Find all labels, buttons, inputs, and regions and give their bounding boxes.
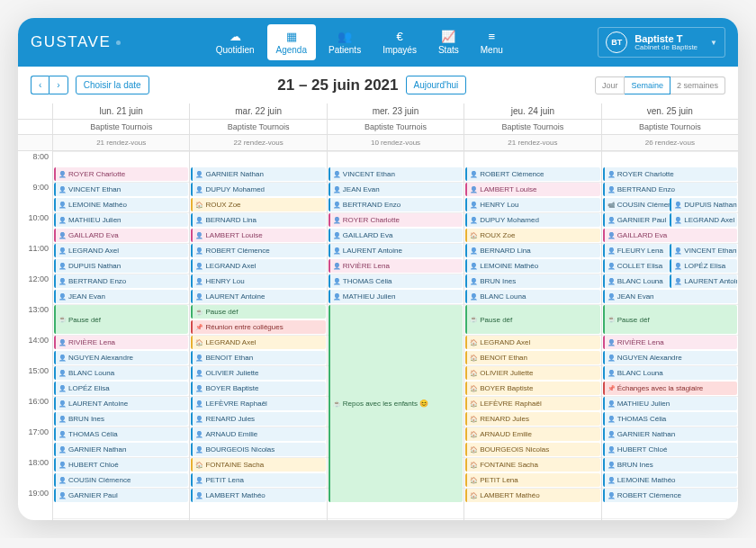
calendar-event[interactable]: 👤HUBERT Chloé (54, 458, 188, 472)
calendar-event[interactable]: 👤OLIVIER Juliette (191, 366, 325, 380)
today-button[interactable]: Aujourd'hui (406, 76, 467, 94)
calendar-event[interactable]: ☕Pause déf (603, 305, 737, 334)
calendar-event[interactable]: 👤DUPUY Mohamed (465, 213, 599, 227)
calendar-event[interactable]: 👤BERTRAND Enzo (603, 183, 737, 196)
calendar-event[interactable]: 👤GARNIER Paul (54, 489, 188, 502)
calendar-event[interactable]: 👤RIVIÈRE Lena (54, 336, 188, 349)
calendar-event[interactable]: 👤FLEURY Lena (603, 244, 670, 257)
calendar-event[interactable]: 🏠ARNAUD Emilie (465, 427, 599, 441)
calendar-event[interactable]: 🏠BENOIT Ethan (465, 351, 599, 364)
nav-item-agenda[interactable]: ▦Agenda (267, 24, 316, 60)
calendar-event[interactable]: 👤LAURENT Antoine (191, 290, 325, 303)
nav-item-menu[interactable]: ≡Menu (472, 24, 512, 60)
calendar-event[interactable]: 👤BLANC Louna (603, 274, 670, 288)
calendar-event[interactable]: ☕Pause déf (191, 305, 325, 319)
calendar-event[interactable]: 👤LAURENT Antoine (54, 397, 188, 410)
choose-date-button[interactable]: Choisir la date (76, 76, 149, 94)
calendar-event[interactable]: 👤BRUN Ines (54, 412, 188, 426)
calendar-event[interactable]: 👤BLANC Louna (465, 290, 599, 303)
calendar-event[interactable]: 👤LEMOINE Mathéo (465, 259, 599, 273)
calendar-event[interactable]: 👤BOYER Baptiste (191, 382, 325, 395)
calendar-event[interactable]: 👤GAILLARD Eva (54, 229, 188, 242)
calendar-event[interactable]: 👤GARNIER Nathan (191, 167, 325, 181)
day-column[interactable]: 👤ROYER Charlotte👤VINCENT Ethan👤LEMOINE M… (52, 151, 189, 520)
calendar-event[interactable]: 🏠BOURGEOIS Nicolas (465, 443, 599, 456)
calendar-event[interactable]: 👤RIVIÈRE Lena (328, 259, 463, 273)
calendar-event[interactable]: 👤ARNAUD Emilie (191, 427, 325, 441)
view-jour[interactable]: Jour (595, 76, 626, 94)
calendar-event[interactable]: 🏠ROUX Zoe (465, 229, 599, 242)
calendar-event[interactable]: 👤DUPUY Mohamed (191, 183, 325, 196)
calendar-event[interactable]: 👤BRUN Ines (603, 458, 737, 472)
calendar-event[interactable]: 👤GARNIER Paul (603, 213, 670, 227)
calendar-event[interactable]: 👤ROYER Charlotte (603, 167, 737, 181)
calendar-event[interactable]: 👤THOMAS Célia (54, 427, 188, 441)
calendar-event[interactable]: 👤NGUYEN Alexandre (603, 351, 737, 364)
calendar-event[interactable]: 👤LEMOINE Mathéo (603, 473, 737, 487)
calendar-event[interactable]: 👤LEGRAND Axel (54, 244, 188, 257)
day-column[interactable]: 👤GARNIER Nathan👤DUPUY Mohamed🏠ROUX Zoe👤B… (189, 151, 326, 520)
calendar-event[interactable]: 👤BERNARD Lina (191, 213, 325, 227)
calendar-event[interactable]: 🏠LEGRAND Axel (465, 336, 599, 349)
calendar-event[interactable]: 🏠FONTAINE Sacha (465, 458, 599, 472)
calendar-event[interactable]: 👤ROBERT Clémence (465, 167, 599, 181)
calendar-event[interactable]: 👤BENOIT Ethan (191, 351, 325, 364)
calendar-event[interactable]: 📌Réunion entre collègues (191, 320, 325, 334)
prev-button[interactable]: ‹ (31, 76, 49, 94)
calendar-event[interactable]: 👤BERTRAND Enzo (54, 274, 188, 288)
calendar-event[interactable]: 👤LAURENT Antoine (670, 274, 737, 288)
calendar-event[interactable]: 👤COLLET Elisa (603, 259, 670, 273)
calendar-event[interactable]: 👤ROYER Charlotte (54, 167, 188, 181)
calendar-event[interactable]: 👤LEMOINE Mathéo (54, 198, 188, 211)
calendar-event[interactable]: 👤BERTRAND Enzo (328, 198, 463, 211)
calendar-event[interactable]: 🏠OLIVIER Juliette (465, 366, 599, 380)
view-semaine[interactable]: Semaine (625, 76, 670, 94)
calendar-event[interactable]: 👤LEGRAND Axel (191, 259, 325, 273)
calendar-event[interactable]: 🏠ROUX Zoe (191, 198, 325, 211)
calendar-event[interactable]: 👤HENRY Lou (191, 274, 325, 288)
calendar-event[interactable]: 👤GARNIER Nathan (603, 427, 737, 441)
calendar-event[interactable]: 👤NGUYEN Alexandre (54, 351, 188, 364)
calendar-event[interactable]: 👤BLANC Louna (54, 366, 188, 380)
calendar-event[interactable]: 👤RIVIÈRE Lena (603, 336, 737, 349)
calendar-event[interactable]: 👤THOMAS Célia (328, 274, 463, 288)
calendar-event[interactable]: 👤JEAN Evan (603, 290, 737, 303)
calendar-event[interactable]: 👤JEAN Evan (54, 290, 188, 303)
calendar-event[interactable]: 👤VINCENT Ethan (328, 167, 463, 181)
calendar-event[interactable]: 👤LAMBERT Louise (465, 183, 599, 196)
calendar-event[interactable]: 👤BLANC Louna (603, 366, 737, 380)
calendar-event[interactable]: 👤RENARD Jules (191, 412, 325, 426)
view-2-semaines[interactable]: 2 semaines (670, 76, 725, 94)
calendar-event[interactable]: 🏠BOYER Baptiste (465, 382, 599, 395)
user-menu[interactable]: BT Baptiste T Cabinet de Baptiste ▼ (598, 27, 725, 58)
next-button[interactable]: › (49, 76, 68, 94)
calendar-event[interactable]: ☕Pause déf (54, 305, 188, 334)
calendar-event[interactable]: 👤LEGRAND Axel (670, 213, 737, 227)
calendar-event[interactable]: 👤HENRY Lou (465, 198, 599, 211)
nav-item-quotidien[interactable]: ☁Quotidien (207, 24, 264, 60)
calendar-event[interactable]: ☕Pause déf (465, 305, 599, 334)
calendar-event[interactable]: 👤LAMBERT Louise (191, 229, 325, 242)
calendar-event[interactable]: 👤PETIT Lena (191, 473, 325, 487)
calendar-event[interactable]: 👤DUPUIS Nathan (54, 259, 188, 273)
calendar-event[interactable]: 👤LAMBERT Mathéo (191, 489, 325, 502)
day-column[interactable]: 👤ROBERT Clémence👤LAMBERT Louise👤HENRY Lo… (464, 151, 600, 520)
calendar-event[interactable]: 👤MATHIEU Julien (603, 397, 737, 410)
calendar-event[interactable]: 👤BOURGEOIS Nicolas (191, 443, 325, 456)
calendar-event[interactable]: 👤MATHIEU Julien (328, 290, 463, 303)
calendar-event[interactable]: 👤GAILLARD Eva (603, 229, 737, 242)
calendar-event[interactable]: 👤GAILLARD Eva (328, 229, 463, 242)
calendar-event[interactable]: 🏠RENARD Jules (465, 412, 599, 426)
calendar-event[interactable]: 📌Échanges avec la stagiaire (603, 382, 737, 395)
calendar-event[interactable]: 👤LAURENT Antoine (328, 244, 463, 257)
calendar-event[interactable]: 👤LOPÉZ Elisa (670, 259, 737, 273)
calendar-event[interactable]: 👤DUPUIS Nathan (670, 198, 737, 211)
calendar-event[interactable]: 🏠LEGRAND Axel (191, 336, 325, 349)
calendar-event[interactable]: 🏠LEFÈVRE Raphaël (465, 397, 599, 410)
day-column[interactable]: 👤VINCENT Ethan👤JEAN Evan👤BERTRAND Enzo👤R… (327, 151, 464, 520)
calendar-event[interactable]: 👤COUSIN Clémence (54, 473, 188, 487)
calendar-event[interactable]: 👤ROBERT Clémence (191, 244, 325, 257)
nav-item-impayés[interactable]: €Impayés (374, 24, 426, 60)
calendar-event[interactable]: 👤THOMAS Célia (603, 412, 737, 426)
calendar-event[interactable]: 👤VINCENT Ethan (54, 183, 188, 196)
